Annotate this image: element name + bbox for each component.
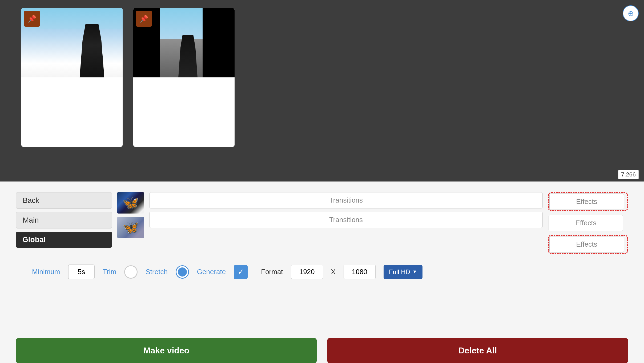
- effects-no-highlight: Effects: [548, 214, 628, 232]
- minimum-button[interactable]: Minimum: [32, 268, 60, 276]
- effects-highlight-top: Effects: [548, 192, 628, 211]
- tracks-row: Back Main Global 🦋 🦋: [16, 192, 628, 254]
- fullhd-button[interactable]: Full HD ▼: [384, 265, 422, 279]
- track-label-global[interactable]: Global: [16, 232, 112, 248]
- time-indicator: 7.266: [618, 170, 639, 179]
- effects-btn-1[interactable]: Effects: [549, 194, 624, 210]
- transition-btn-2[interactable]: Transitions: [149, 212, 543, 228]
- trim-toggle[interactable]: [124, 265, 138, 279]
- clip-card-2[interactable]: 📌: [133, 8, 235, 147]
- make-video-button[interactable]: Make video: [16, 338, 317, 363]
- action-buttons: Make video Delete All: [0, 338, 644, 363]
- butterfly-light-icon: 🦋: [122, 220, 139, 235]
- height-input[interactable]: [344, 265, 376, 279]
- zoom-button[interactable]: ⊕: [623, 5, 639, 21]
- dropdown-arrow-icon: ▼: [412, 269, 417, 275]
- transitions-column: Transitions Transitions: [149, 192, 543, 254]
- delete-all-button[interactable]: Delete All: [327, 338, 628, 363]
- toolbar: Minimum Trim Stretch Generate ✓ Format: [16, 259, 628, 285]
- trim-button[interactable]: Trim: [103, 268, 116, 276]
- effects-btn-3[interactable]: Effects: [549, 236, 624, 252]
- track-label-back[interactable]: Back: [16, 192, 112, 209]
- format-x-separator: X: [331, 268, 336, 276]
- clip-card-1[interactable]: 📌: [21, 8, 123, 147]
- stretch-button[interactable]: Stretch: [146, 268, 167, 276]
- clip-pin-1: 📌: [24, 11, 40, 27]
- generate-button[interactable]: Generate: [197, 268, 226, 276]
- thumbnail-main[interactable]: 🦋: [117, 217, 144, 238]
- track-labels: Back Main Global: [16, 192, 112, 254]
- effects-highlight-bottom: Effects: [548, 235, 628, 254]
- clip-pin-2: 📌: [136, 11, 152, 27]
- zoom-icon: ⊕: [628, 9, 634, 18]
- track-thumbnails: 🦋 🦋: [117, 192, 144, 254]
- effects-column: Effects Effects Effects: [548, 192, 628, 254]
- generate-checkbox[interactable]: ✓: [234, 265, 248, 279]
- track-label-main[interactable]: Main: [16, 212, 112, 228]
- effects-btn-2[interactable]: Effects: [549, 215, 623, 231]
- butterfly-dark-icon: 🦋: [122, 195, 139, 211]
- transition-btn-1[interactable]: Transitions: [149, 192, 543, 208]
- width-input[interactable]: [291, 265, 323, 279]
- thumbnail-back[interactable]: 🦋: [117, 192, 144, 214]
- format-label: Format: [261, 268, 283, 276]
- stretch-toggle[interactable]: [176, 265, 189, 279]
- duration-input[interactable]: [68, 265, 95, 279]
